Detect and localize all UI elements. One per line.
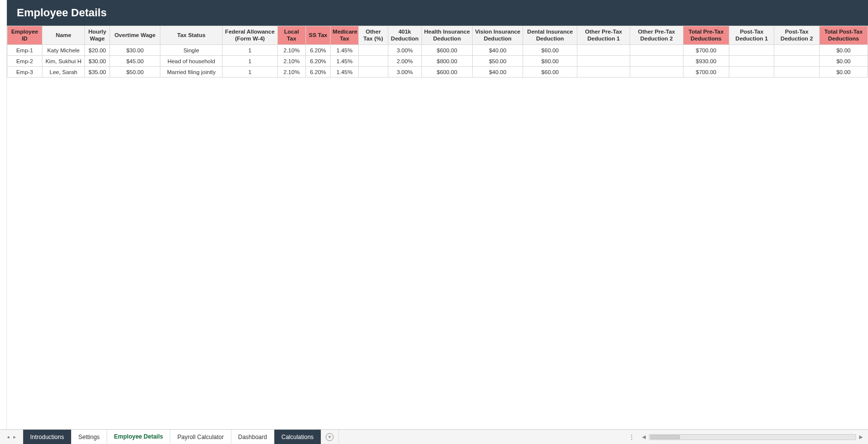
column-header-medicare[interactable]: Medicare Tax — [331, 26, 359, 45]
column-header-fed_allow[interactable]: Federal Allowance (Form W-4) — [222, 26, 277, 45]
cell-post2[interactable] — [774, 45, 819, 56]
cell-overtime[interactable]: $30.00 — [110, 45, 160, 56]
cell-post1[interactable] — [729, 56, 774, 67]
cell-local_tax[interactable]: 2.10% — [277, 45, 305, 56]
cell-emp_id[interactable]: Emp-3 — [7, 67, 42, 78]
horizontal-scrollbar[interactable]: ⋮ ◀ ▶ — [623, 430, 868, 444]
cell-other_tax[interactable] — [359, 45, 388, 56]
cell-emp_id[interactable]: Emp-1 — [7, 45, 42, 56]
column-header-ss_tax[interactable]: SS Tax — [305, 26, 330, 45]
cell-pre2[interactable] — [630, 56, 683, 67]
cell-ss_tax[interactable]: 6.20% — [305, 67, 330, 78]
cell-local_tax[interactable]: 2.10% — [277, 56, 305, 67]
cell-pre1[interactable] — [577, 45, 630, 56]
cell-tax_status[interactable]: Head of household — [160, 56, 223, 67]
cell-total_post[interactable]: $0.00 — [819, 67, 868, 78]
column-header-post2[interactable]: Post-Tax Deduction 2 — [774, 26, 819, 45]
column-header-local_tax[interactable]: Local Tax — [277, 26, 305, 45]
tab-introductions[interactable]: Introductions — [23, 430, 72, 444]
cell-overtime[interactable]: $50.00 — [110, 67, 160, 78]
cell-vision[interactable]: $40.00 — [472, 45, 523, 56]
cell-hourly[interactable]: $30.00 — [85, 56, 110, 67]
cell-overtime[interactable]: $45.00 — [110, 56, 160, 67]
cell-health[interactable]: $800.00 — [421, 56, 472, 67]
cell-k401[interactable]: 3.00% — [388, 45, 421, 56]
cell-post1[interactable] — [729, 45, 774, 56]
cell-pre2[interactable] — [630, 67, 683, 78]
scroll-track[interactable] — [649, 434, 856, 440]
cell-post1[interactable] — [729, 67, 774, 78]
cell-other_tax[interactable] — [359, 56, 388, 67]
cell-total_pre[interactable]: $700.00 — [683, 45, 729, 56]
cell-fed_allow[interactable]: 1 — [222, 56, 277, 67]
scroll-left-icon[interactable]: ◀ — [642, 434, 646, 440]
sheet-nav-next-icon[interactable]: ▸ — [13, 434, 16, 440]
cell-medicare[interactable]: 1.45% — [331, 56, 359, 67]
column-header-hourly[interactable]: Hourly Wage — [85, 26, 110, 45]
cell-local_tax[interactable]: 2.10% — [277, 67, 305, 78]
cell-other_tax[interactable] — [359, 67, 388, 78]
cell-tax_status[interactable]: Single — [160, 45, 223, 56]
cell-medicare[interactable]: 1.45% — [331, 45, 359, 56]
table-header-row: Employee IDNameHourly WageOvertime WageT… — [7, 26, 868, 45]
cell-health[interactable]: $600.00 — [421, 67, 472, 78]
cell-tax_status[interactable]: Married filing jointly — [160, 67, 223, 78]
cell-vision[interactable]: $50.00 — [472, 56, 523, 67]
cell-total_pre[interactable]: $930.00 — [683, 56, 729, 67]
column-header-emp_id[interactable]: Employee ID — [7, 26, 42, 45]
column-header-tax_status[interactable]: Tax Status — [160, 26, 223, 45]
column-header-pre2[interactable]: Other Pre-Tax Deduction 2 — [630, 26, 683, 45]
cell-name[interactable]: Katy Michele — [42, 45, 85, 56]
column-header-overtime[interactable]: Overtime Wage — [110, 26, 160, 45]
cell-fed_allow[interactable]: 1 — [222, 45, 277, 56]
cell-emp_id[interactable]: Emp-2 — [7, 56, 42, 67]
cell-total_post[interactable]: $0.00 — [819, 45, 868, 56]
cell-pre1[interactable] — [577, 56, 630, 67]
scroll-right-icon[interactable]: ▶ — [859, 434, 863, 440]
cell-k401[interactable]: 3.00% — [388, 67, 421, 78]
add-sheet-button[interactable]: + — [321, 430, 339, 444]
column-header-vision[interactable]: Vision Insurance Deduction — [472, 26, 523, 45]
cell-name[interactable]: Lee, Sarah — [42, 67, 85, 78]
cell-ss_tax[interactable]: 6.20% — [305, 56, 330, 67]
cell-dental[interactable]: $60.00 — [523, 45, 577, 56]
tab-settings[interactable]: Settings — [72, 430, 107, 444]
column-header-post1[interactable]: Post-Tax Deduction 1 — [729, 26, 774, 45]
cell-name[interactable]: Kim, Sukhui H — [42, 56, 85, 67]
column-header-name[interactable]: Name — [42, 26, 85, 45]
cell-medicare[interactable]: 1.45% — [331, 67, 359, 78]
cell-pre2[interactable] — [630, 45, 683, 56]
cell-dental[interactable]: $60.00 — [523, 67, 577, 78]
cell-pre1[interactable] — [577, 67, 630, 78]
sheet-wrap: Employee Details Employee IDNameHourly W… — [7, 0, 868, 429]
cell-dental[interactable]: $80.00 — [523, 56, 577, 67]
column-header-total_pre[interactable]: Total Pre-Tax Deductions — [683, 26, 729, 45]
cell-hourly[interactable]: $20.00 — [85, 45, 110, 56]
cell-fed_allow[interactable]: 1 — [222, 67, 277, 78]
cell-post2[interactable] — [774, 56, 819, 67]
sheet-nav-prev-icon[interactable]: ◂ — [7, 434, 9, 440]
cell-total_post[interactable]: $0.00 — [819, 56, 868, 67]
cell-ss_tax[interactable]: 6.20% — [305, 45, 330, 56]
scroll-thumb[interactable] — [650, 435, 680, 439]
tab-dashboard[interactable]: Dashboard — [231, 430, 275, 444]
column-header-dental[interactable]: Dental Insurance Deduction — [523, 26, 577, 45]
column-header-health[interactable]: Health Insurance Deduction — [421, 26, 472, 45]
tab-payroll-calculator[interactable]: Payroll Calculator — [170, 430, 231, 444]
cell-vision[interactable]: $40.00 — [472, 67, 523, 78]
employee-table[interactable]: Employee IDNameHourly WageOvertime WageT… — [7, 26, 868, 78]
sheet-nav-arrows: ◂ ▸ — [0, 430, 23, 444]
column-header-k401[interactable]: 401k Deduction — [388, 26, 421, 45]
cell-hourly[interactable]: $35.00 — [85, 67, 110, 78]
cell-total_pre[interactable]: $700.00 — [683, 67, 729, 78]
tab-calculations[interactable]: Calculations — [274, 430, 321, 444]
row-header-gutter[interactable] — [0, 0, 7, 429]
sheet-footer: ◂ ▸ IntroductionsSettingsEmployee Detail… — [0, 429, 868, 444]
cell-post2[interactable] — [774, 67, 819, 78]
cell-k401[interactable]: 2.00% — [388, 56, 421, 67]
column-header-pre1[interactable]: Other Pre-Tax Deduction 1 — [577, 26, 630, 45]
tab-employee-details[interactable]: Employee Details — [107, 430, 170, 444]
column-header-other_tax[interactable]: Other Tax (%) — [359, 26, 388, 45]
column-header-total_post[interactable]: Total Post-Tax Deductions — [819, 26, 868, 45]
cell-health[interactable]: $600.00 — [421, 45, 472, 56]
